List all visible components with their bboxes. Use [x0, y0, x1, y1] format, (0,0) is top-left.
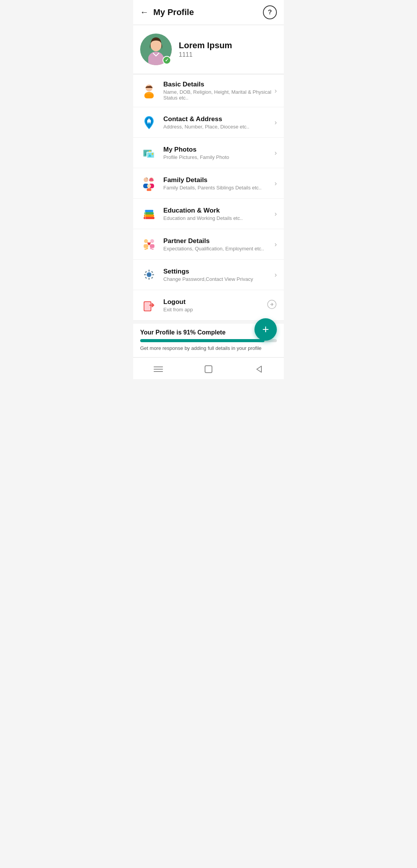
profile-info: Lorem Ipsum 1111: [179, 41, 277, 58]
svg-rect-6: [144, 94, 154, 98]
settings-subtitle: Change Password,Contact View Privacy: [163, 276, 275, 282]
logout-subtitle: Exit from app: [163, 307, 267, 312]
logout-title: Logout: [163, 298, 267, 306]
my-photos-icon: [140, 144, 158, 162]
page-title: My Profile: [153, 7, 263, 17]
basic-details-text: Basic Details Name, DOB, Religion, Heigh…: [163, 81, 275, 101]
my-photos-text: My Photos Profile Pictures, Family Photo: [163, 146, 275, 160]
logout-arrow-icon: [267, 299, 277, 311]
family-details-text: Family Details Family Details, Parents S…: [163, 176, 275, 191]
menu-list: Basic Details Name, DOB, Religion, Heigh…: [133, 74, 284, 321]
svg-rect-37: [149, 278, 150, 280]
settings-title: Settings: [163, 268, 275, 275]
partner-details-text: Partner Details Expectations, Qualificat…: [163, 237, 275, 252]
svg-rect-42: [145, 277, 147, 279]
chevron-icon: ›: [275, 240, 277, 248]
family-details-subtitle: Family Details, Parents Siblings Details…: [163, 185, 275, 191]
svg-rect-38: [144, 274, 146, 275]
contact-address-text: Contact & Address Address, Number, Place…: [163, 115, 275, 130]
my-photos-title: My Photos: [163, 146, 275, 154]
chevron-icon: ›: [275, 149, 277, 157]
svg-rect-47: [144, 302, 151, 311]
profile-hint: Get more response by adding full details…: [140, 345, 277, 351]
svg-point-18: [144, 177, 148, 182]
svg-rect-40: [145, 271, 147, 273]
bottom-nav-menu[interactable]: [151, 363, 166, 375]
svg-rect-36: [149, 270, 150, 272]
bottom-nav-back[interactable]: [251, 363, 266, 375]
svg-point-22: [147, 184, 151, 188]
my-photos-subtitle: Profile Pictures, Family Photo: [163, 154, 275, 160]
education-work-subtitle: Education and Working Details etc..: [163, 215, 275, 221]
basic-details-subtitle: Name, DOB, Religion, Height, Marital & P…: [163, 89, 275, 101]
svg-rect-23: [147, 188, 151, 191]
menu-item-settings[interactable]: Settings Change Password,Contact View Pr…: [133, 260, 284, 290]
settings-text: Settings Change Password,Contact View Pr…: [163, 268, 275, 282]
menu-item-my-photos[interactable]: My Photos Profile Pictures, Family Photo…: [133, 138, 284, 168]
chevron-icon: ›: [275, 210, 277, 218]
svg-rect-8: [148, 122, 150, 123]
settings-icon: [140, 266, 158, 284]
education-work-title: Education & Work: [163, 207, 275, 214]
basic-details-title: Basic Details: [163, 81, 275, 88]
partner-details-subtitle: Expectations, Qualification, Employment …: [163, 246, 275, 252]
menu-item-family-details[interactable]: Family Details Family Details, Parents S…: [133, 168, 284, 199]
partner-details-icon: [140, 235, 158, 253]
chevron-icon: ›: [275, 87, 277, 95]
svg-point-17: [152, 153, 153, 155]
chevron-icon: ›: [275, 118, 277, 127]
education-work-text: Education & Work Education and Working D…: [163, 207, 275, 221]
svg-marker-53: [257, 366, 261, 372]
svg-rect-31: [144, 244, 148, 248]
contact-address-subtitle: Address, Number, Place, Diocese etc..: [163, 124, 275, 130]
app-header: ← My Profile ?: [133, 0, 284, 25]
menu-item-contact-address[interactable]: Contact & Address Address, Number, Place…: [133, 107, 284, 138]
svg-rect-26: [144, 212, 154, 214]
svg-point-45: [148, 274, 150, 275]
progress-bar-background: [140, 339, 277, 342]
svg-rect-27: [145, 210, 153, 212]
back-button[interactable]: ←: [140, 7, 149, 17]
logout-icon: [140, 296, 158, 314]
svg-rect-41: [151, 271, 153, 273]
family-details-title: Family Details: [163, 176, 275, 184]
logout-text: Logout Exit from app: [163, 298, 267, 312]
profile-section: ✓ Lorem Ipsum 1111: [133, 25, 284, 74]
menu-item-logout[interactable]: Logout Exit from app: [133, 290, 284, 321]
verified-badge: ✓: [163, 56, 171, 64]
avatar-wrapper[interactable]: ✓: [140, 34, 172, 65]
svg-point-32: [150, 239, 154, 243]
menu-item-basic-details[interactable]: Basic Details Name, DOB, Religion, Heigh…: [133, 74, 284, 107]
family-details-icon: [140, 174, 158, 192]
svg-rect-52: [205, 366, 212, 373]
menu-item-education-work[interactable]: Education & Work Education and Working D…: [133, 199, 284, 229]
education-work-icon: [140, 205, 158, 223]
fab-button[interactable]: +: [254, 318, 277, 341]
chevron-icon: ›: [275, 271, 277, 279]
help-button[interactable]: ?: [263, 5, 277, 19]
profile-name: Lorem Ipsum: [179, 41, 277, 51]
contact-address-icon: [140, 113, 158, 131]
chevron-icon: ›: [275, 179, 277, 187]
profile-id: 1111: [179, 51, 277, 58]
svg-rect-39: [152, 274, 154, 275]
contact-address-title: Contact & Address: [163, 115, 275, 123]
menu-item-partner-details[interactable]: Partner Details Expectations, Qualificat…: [133, 229, 284, 260]
bottom-nav: [133, 357, 284, 379]
svg-rect-33: [150, 244, 154, 248]
bottom-nav-home[interactable]: [201, 363, 216, 375]
partner-details-title: Partner Details: [163, 237, 275, 245]
svg-rect-43: [151, 277, 153, 279]
svg-point-30: [144, 239, 148, 243]
progress-bar-fill: [140, 339, 264, 342]
basic-details-icon: [140, 82, 158, 100]
